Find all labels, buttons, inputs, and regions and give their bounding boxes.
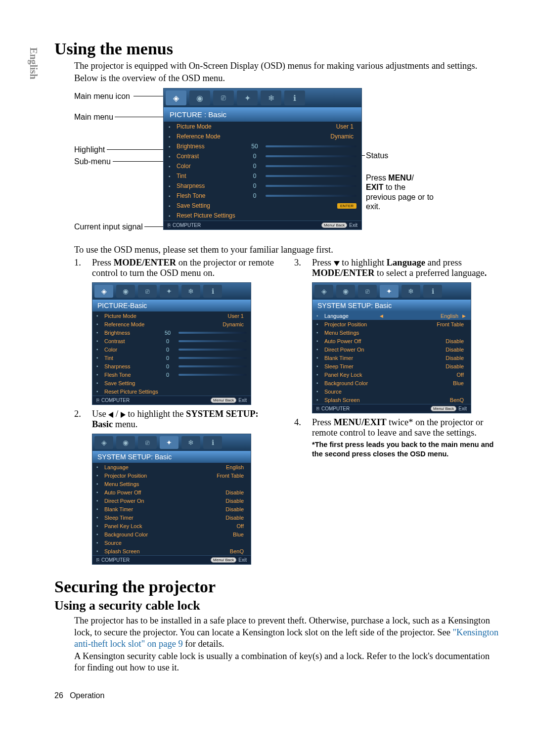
osd-row: ▪Brightness50 — [164, 141, 361, 151]
osd-row: ▪Projector PositionFront Table — [92, 471, 251, 480]
row-icon: ▪ — [96, 347, 104, 352]
row-icon: ▪ — [96, 321, 104, 327]
osd-row: ▪Background ColorBlue — [92, 530, 251, 538]
row-icon: ▪ — [96, 532, 104, 537]
row-value: 0 — [159, 363, 177, 369]
row-value: 0 — [246, 163, 264, 170]
row-textvalue: Disable — [159, 489, 247, 495]
step-bold: MENU/EXIT — [334, 417, 387, 427]
secure-text: The projector has to be installed in a s… — [74, 616, 490, 637]
step-number: 4. — [294, 417, 303, 438]
osd-title: SYSTEM SETUP: Basic — [92, 451, 251, 463]
osd-tab-icon: ◉ — [189, 90, 210, 105]
footer-exit-label: Exit — [238, 398, 247, 403]
row-icon: ▪ — [96, 338, 104, 344]
input-icon: ⎘ — [96, 557, 99, 563]
osd-row: ▪Blank TimerDisable — [312, 354, 471, 362]
row-slider — [266, 195, 356, 197]
osd-tab-row: ◈ ◉ ⎚ ✦ ❄ ℹ — [92, 283, 251, 300]
row-icon: ▪ — [96, 489, 104, 495]
osd-tab-icon: ⎚ — [138, 285, 157, 298]
step-bold: MODE/ENTER — [114, 258, 176, 267]
row-icon: ▪ — [96, 355, 104, 360]
osd-row: ▪Save SettingENTER — [164, 201, 361, 211]
row-icon: ▪ — [169, 203, 177, 209]
osd-row: ▪Reference ModeDynamic — [164, 132, 361, 141]
osd-row: ▪Contrast0 — [92, 337, 251, 345]
row-icon: ▪ — [96, 548, 104, 554]
osd-row: ▪Language◀English▶ — [312, 311, 471, 320]
callout-main-menu: Main menu — [74, 113, 113, 122]
row-label: Save Setting — [177, 202, 246, 209]
step-text: Press — [312, 417, 334, 427]
osd-row: ▪Sleep TimerDisable — [312, 362, 471, 370]
row-label: Sharpness — [104, 363, 159, 369]
row-label: Picture Mode — [177, 123, 246, 130]
footer-exit-label: Exit — [458, 406, 467, 411]
osd-row: ▪Auto Power OffDisable — [92, 488, 251, 496]
menu-back-pill: Menu/ Back — [211, 557, 236, 563]
osd-tab-row: ◈ ◉ ⎚ ✦ ❄ ℹ — [312, 283, 471, 300]
row-textvalue: Disable — [379, 347, 467, 353]
row-label: Language — [104, 464, 159, 470]
row-icon: ▪ — [169, 134, 177, 139]
osd-row: ▪Sharpness0 — [92, 362, 251, 370]
osd-tab-icon: ❄ — [261, 90, 281, 105]
row-icon: ▪ — [316, 363, 324, 369]
callout-press-menu-exit: Press MENU/EXIT to the previous page or … — [366, 173, 435, 211]
osd-row: ▪Reset Picture Settings — [164, 211, 361, 221]
row-label: Splash Screen — [324, 397, 379, 403]
row-icon: ▪ — [169, 154, 177, 159]
row-textvalue: User 1 — [159, 313, 247, 319]
select-left-icon: ◀ — [379, 313, 384, 318]
footer-input-label: COMPUTER — [101, 398, 130, 403]
callout-sub-menu: Sub-menu — [74, 157, 111, 166]
row-slider — [266, 145, 356, 147]
row-label: Color — [104, 347, 159, 353]
row-textvalue: Disable — [379, 363, 467, 369]
down-arrow-icon — [334, 261, 340, 266]
osd-row: ▪Splash ScreenBenQ — [92, 547, 251, 555]
osd-tab-icon: ◈ — [166, 90, 186, 105]
footer-input-label: COMPUTER — [173, 222, 201, 228]
footer-input-label: COMPUTER — [101, 557, 130, 563]
menu-back-pill: Menu/ Back — [321, 222, 347, 228]
osd-tab-icon: ❄ — [181, 436, 200, 449]
callout-menu-bold: MENU — [388, 174, 411, 182]
row-label: Source — [324, 389, 379, 395]
heading-securing-projector: Securing the projector — [54, 578, 499, 596]
step-bold: . — [485, 268, 487, 278]
after-diagram-note: To use the OSD menus, please set them to… — [74, 244, 499, 256]
osd-row: ▪Sharpness0 — [164, 181, 361, 191]
osd-footer: ⎘ COMPUTER Menu/ Back Exit — [312, 404, 471, 413]
row-textvalue: Disable — [159, 506, 247, 512]
row-label: Brightness — [104, 330, 159, 336]
heading-using-menus: Using the menus — [54, 40, 499, 58]
row-value: 0 — [246, 173, 264, 179]
row-label: Save Setting — [104, 380, 159, 386]
row-icon: ▪ — [96, 540, 104, 545]
osd-row: ▪Tint0 — [164, 171, 361, 181]
right-arrow-icon — [121, 412, 126, 418]
input-icon: ⎘ — [316, 406, 319, 411]
row-slider — [178, 357, 247, 359]
row-textvalue: Disable — [379, 355, 467, 361]
row-icon: ▪ — [96, 523, 104, 529]
step-text: Press — [312, 258, 334, 267]
osd-title: SYSTEM SETUP: Basic — [312, 300, 471, 311]
row-icon: ▪ — [316, 347, 324, 352]
row-label: Reset Picture Settings — [104, 389, 159, 395]
osd-row: ▪Reference ModeDynamic — [92, 320, 251, 328]
osd-row: ▪Source — [312, 387, 471, 396]
row-label: Flesh Tone — [177, 192, 246, 199]
row-value: 50 — [246, 143, 264, 150]
osd-row: ▪Picture ModeUser 1 — [164, 122, 361, 132]
osd-tab-icon: ❄ — [181, 285, 200, 298]
osd-row: ▪Background ColorBlue — [312, 379, 471, 387]
osd-row: ▪Reset Picture Settings — [92, 387, 251, 396]
step-4: 4. Press MENU/EXIT twice* on the project… — [294, 417, 499, 438]
row-label: Menu Settings — [324, 330, 379, 336]
osd-tab-icon: ❄ — [401, 285, 420, 298]
osd-row: ▪Menu Settings — [92, 480, 251, 488]
row-icon: ▪ — [316, 330, 324, 335]
